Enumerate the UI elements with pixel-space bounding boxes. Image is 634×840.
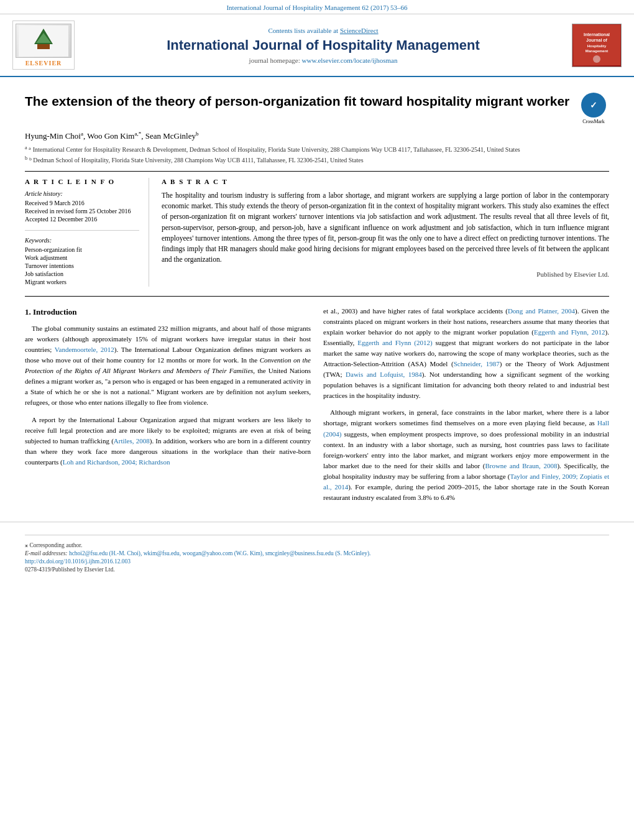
keyword-3: Turnover intentions (25, 262, 139, 269)
affiliation-b: b ᵇ Dedman School of Hospitality, Florid… (25, 155, 609, 165)
intro-para2: A report by the International Labour Org… (25, 415, 311, 468)
corresponding-author-note: ⁎ Corresponding author. (25, 542, 609, 548)
affil-b-sup: b (25, 155, 27, 161)
article-history: Article history: Received 9 March 2016 R… (25, 190, 139, 223)
email-note: E-mail addresses: hchoi2@fsu.edu (H.-M. … (25, 550, 609, 556)
ref-loh[interactable]: Loh and Richardson, 2004; Richardson (63, 458, 170, 466)
body-left-column: 1. Introduction The global community sus… (25, 306, 311, 509)
ref-dong[interactable]: Dong and Platner, 2004 (508, 307, 575, 315)
abstract-column: A B S T R A C T The hospitality and tour… (162, 178, 609, 287)
email-label: E-mail addresses: (25, 550, 68, 556)
affil-a-sup: a (25, 145, 27, 150)
intro-para3: et al., 2003) and have higher rates of f… (323, 306, 609, 401)
info-divider (25, 230, 139, 231)
sciencedirect-link: Contents lists available at ScienceDirec… (87, 27, 559, 34)
article-title: The extension of the theory of person-or… (25, 93, 572, 110)
ref-eggerth1[interactable]: Eggerth and Flynn, 2012 (534, 328, 605, 336)
journal-cover: International Journal of Hospitality Man… (572, 24, 622, 67)
svg-rect-3 (37, 44, 50, 49)
footer-divider (25, 535, 609, 535)
elsevier-logo-box: ELSEVIER (12, 21, 75, 70)
doi-note: http://dx.doi.org/10.1016/j.ijhm.2016.12… (25, 558, 609, 565)
keywords-section: Keywords: Person-organization fit Work a… (25, 237, 139, 285)
journal-title: International Journal of Hospitality Man… (87, 37, 559, 53)
body-right-column: et al., 2003) and have higher rates of f… (323, 306, 609, 509)
received-date: Received 9 March 2016 (25, 200, 139, 206)
ref-eggerth2[interactable]: Eggerth and Flynn (2012) (357, 339, 432, 346)
keyword-4: Job satisfaction (25, 270, 139, 277)
affiliation-a: a ᵃ International Center for Hospitality… (25, 144, 609, 154)
revised-date: Received in revised form 25 October 2016 (25, 208, 139, 215)
keywords-list: Person-organization fit Work adjustment … (25, 246, 139, 285)
elsevier-text: ELSEVIER (16, 60, 71, 67)
ref-hall[interactable]: Hall (2004) (323, 419, 609, 437)
body-divider (25, 296, 609, 297)
ref-artiles[interactable]: Artiles, 2008 (114, 437, 150, 445)
accepted-date: Accepted 12 December 2016 (25, 216, 139, 223)
cover-svg: International Journal of Hospitality Man… (574, 25, 620, 65)
ref-browne[interactable]: Browne and Braun, 2008 (485, 462, 557, 469)
svg-text:Hospitality: Hospitality (587, 44, 606, 48)
ref-dawis[interactable]: Dawis and Lofquist, 1984 (346, 371, 422, 378)
crossmark-icon: ✓ (581, 93, 606, 118)
abstract-heading: A B S T R A C T (162, 178, 609, 185)
body-columns: 1. Introduction The global community sus… (25, 306, 609, 509)
published-by: Published by Elsevier Ltd. (162, 270, 609, 278)
journal-citation-text: International Journal of Hospitality Man… (226, 4, 407, 11)
keyword-5: Migrant workers (25, 279, 139, 285)
ref-taylor[interactable]: Taylor and Finley, 2009; Zopiatis et al.… (323, 473, 609, 491)
crossmark-logo: ✓ CrossMark (578, 93, 609, 124)
footer-notes: ⁎ Corresponding author. E-mail addresses… (0, 522, 634, 581)
doi-link[interactable]: http://dx.doi.org/10.1016/j.ijhm.2016.12… (25, 558, 131, 565)
header-center: Contents lists available at ScienceDirec… (75, 27, 572, 64)
article-title-section: The extension of the theory of person-or… (25, 86, 609, 124)
journal-homepage: journal homepage: www.elsevier.com/locat… (87, 57, 559, 64)
keyword-1: Person-organization fit (25, 246, 139, 253)
sciencedirect-anchor[interactable]: ScienceDirect (340, 27, 379, 34)
email-link[interactable]: hchoi2@fsu.edu (H.-M. Choi), wkim@fsu.ed… (69, 550, 371, 556)
paper-body: The extension of the theory of person-or… (0, 77, 634, 522)
affil-super-a1: a (81, 131, 83, 137)
article-info-column: A R T I C L E I N F O Article history: R… (25, 178, 149, 287)
intro-heading: 1. Introduction (25, 306, 311, 318)
affil-super-a2: a,* (134, 131, 141, 137)
keywords-label: Keywords: (25, 237, 139, 244)
ref-vandemoortele[interactable]: Vandemoortele, 2012 (55, 346, 114, 353)
svg-text:International: International (583, 32, 609, 37)
intro-para4: Although migrant workers, in general, fa… (323, 407, 609, 502)
ref-schneider[interactable]: Schneider, 1987 (454, 360, 500, 367)
crossmark-label: CrossMark (578, 119, 609, 124)
keyword-2: Work adjustment (25, 254, 139, 261)
elsevier-logo-svg (19, 25, 68, 57)
issn-note: 0278-4319/Published by Elsevier Ltd. (25, 566, 609, 573)
history-label: Article history: (25, 190, 139, 197)
info-abstract-columns: A R T I C L E I N F O Article history: R… (25, 171, 609, 287)
journal-homepage-link[interactable]: www.elsevier.com/locate/ijhosman (302, 57, 398, 64)
journal-citation-bar: International Journal of Hospitality Man… (0, 0, 634, 14)
journal-cover-image: International Journal of Hospitality Man… (572, 24, 622, 67)
svg-text:Management: Management (585, 49, 608, 53)
affiliations: a ᵃ International Center for Hospitality… (25, 144, 609, 165)
journal-header: ELSEVIER Contents lists available at Sci… (0, 14, 634, 77)
intro-para1: The global community sustains an estimat… (25, 323, 311, 408)
authors-line: Hyung-Min Choia, Woo Gon Kima,*, Sean Mc… (25, 131, 609, 141)
article-info-heading: A R T I C L E I N F O (25, 178, 139, 185)
svg-text:Journal of: Journal of (586, 38, 608, 42)
svg-point-9 (593, 55, 600, 63)
elsevier-logo-image (16, 24, 71, 58)
affil-super-b: b (196, 131, 199, 137)
abstract-text: The hospitality and tourism industry is … (162, 190, 609, 265)
